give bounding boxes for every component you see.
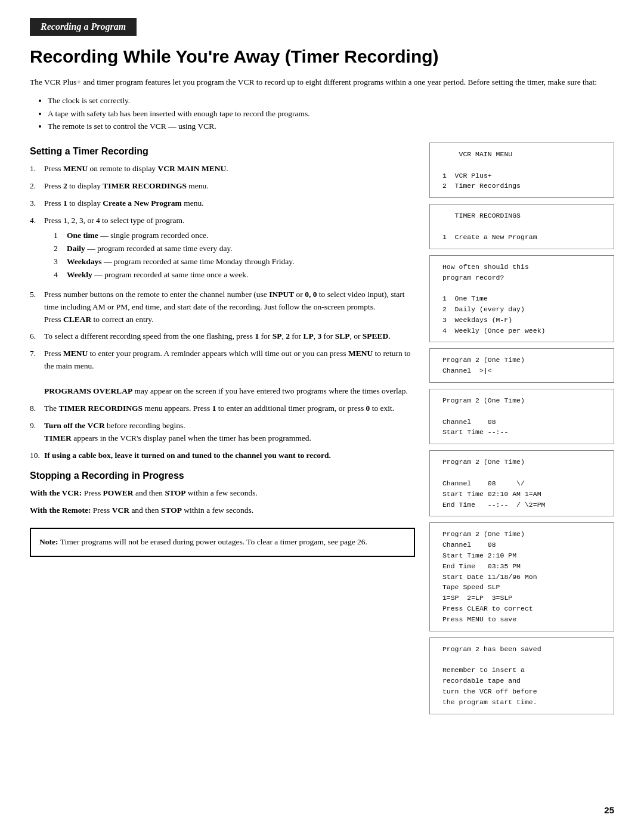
vcr-stop-para: With the VCR: Press POWER and then STOP … bbox=[30, 487, 415, 500]
stopping-section: Stopping a Recording in Progress With th… bbox=[30, 470, 415, 557]
sub-item-2: 2 Daily — program recorded at same time … bbox=[54, 243, 415, 255]
intro-paragraph: The VCR Plus+ and timer program features… bbox=[30, 76, 614, 88]
sub-item-3: 3 Weekdays — program recorded at same ti… bbox=[54, 256, 415, 268]
screen-program2-channel-08: Program 2 (One Time) Channel 08 Start Ti… bbox=[429, 389, 614, 444]
right-column: VCR MAIN MENU 1 VCR Plus+ 2 Timer Record… bbox=[429, 143, 614, 720]
program-types: 1 One time — single program recorded onc… bbox=[54, 230, 415, 281]
screen-program2-channel-blank: Program 2 (One Time) Channel >|< bbox=[429, 348, 614, 383]
sub-item-1: 1 One time — single program recorded onc… bbox=[54, 230, 415, 241]
steps-list: 1. Press MENU on remote to display VCR M… bbox=[30, 163, 415, 462]
step-3: 3. Press 1 to display Create a New Progr… bbox=[30, 197, 415, 210]
note-text: Timer programs will not be erased during… bbox=[60, 537, 367, 546]
left-column: Setting a Timer Recording 1. Press MENU … bbox=[30, 143, 415, 557]
step-8: 8. The TIMER RECORDINGS menu appears. Pr… bbox=[30, 402, 415, 415]
step-4: 4. Press 1, 2, 3, or 4 to select type of… bbox=[30, 215, 415, 284]
bullet-item: A tape with safety tab has been inserted… bbox=[48, 107, 614, 120]
screen-timer-recordings: TIMER RECORDINGS 1 Create a New Program bbox=[429, 204, 614, 249]
main-title: Recording While You're Away (Timer Recor… bbox=[30, 47, 614, 67]
step-9: 9. Turn off the VCR before recording beg… bbox=[30, 420, 415, 445]
header-bar-label: Recording a Program bbox=[41, 21, 126, 32]
screen-program2-saved: Program 2 has been saved Remember to ins… bbox=[429, 637, 614, 714]
bullet-item: The remote is set to control the VCR — u… bbox=[48, 120, 614, 133]
screen-vcr-main-menu: VCR MAIN MENU 1 VCR Plus+ 2 Timer Record… bbox=[429, 143, 614, 198]
bullet-item: The clock is set correctly. bbox=[48, 94, 614, 107]
intro-bullet-list: The clock is set correctly. A tape with … bbox=[48, 94, 614, 133]
step-10: 10. If using a cable box, leave it turne… bbox=[30, 450, 415, 462]
sub-item-4: 4 Weekly — program recorded at same time… bbox=[54, 269, 415, 281]
note-box: Note: Timer programs will not be erased … bbox=[30, 528, 415, 557]
screen-how-often: How often should this program record? 1 … bbox=[429, 255, 614, 343]
section2-heading: Stopping a Recording in Progress bbox=[30, 470, 415, 481]
header-bar: Recording a Program bbox=[30, 18, 137, 36]
step-2: 2. Press 2 to display TIMER RECORDINGS m… bbox=[30, 180, 415, 193]
remote-stop-para: With the Remote: Press VCR and then STOP… bbox=[30, 504, 415, 517]
step-6: 6. To select a different recording speed… bbox=[30, 330, 415, 343]
page-number: 25 bbox=[604, 805, 614, 815]
section1-heading: Setting a Timer Recording bbox=[30, 146, 415, 157]
step-1: 1. Press MENU on remote to display VCR M… bbox=[30, 163, 415, 175]
screen-program2-full: Program 2 (One Time) Channel 08 Start Ti… bbox=[429, 522, 614, 631]
screen-program2-start-end: Program 2 (One Time) Channel 08 \/ Start… bbox=[429, 450, 614, 516]
step-7: 7. Press MENU to enter your program. A r… bbox=[30, 348, 415, 398]
content-columns: Setting a Timer Recording 1. Press MENU … bbox=[30, 143, 614, 720]
step-5: 5. Press number buttons on the remote to… bbox=[30, 289, 415, 326]
